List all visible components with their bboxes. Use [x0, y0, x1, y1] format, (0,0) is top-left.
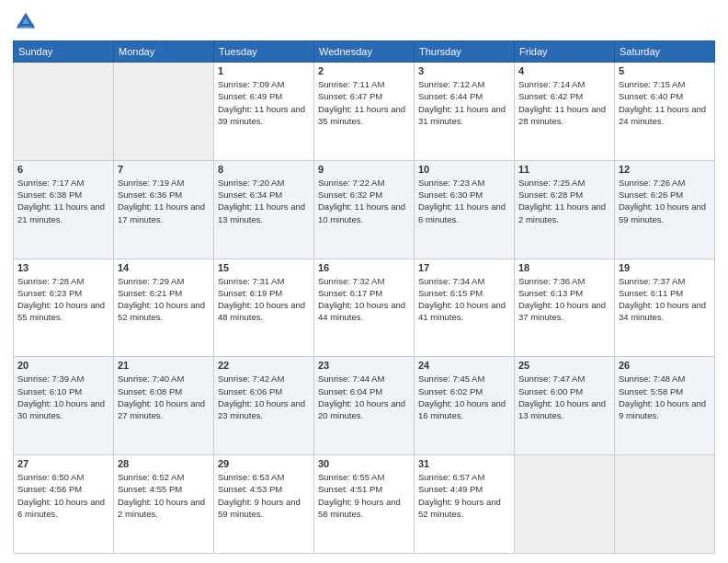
- calendar-cell: 7Sunrise: 7:19 AMSunset: 6:36 PMDaylight…: [114, 160, 214, 259]
- week-row-4: 20Sunrise: 7:39 AMSunset: 6:10 PMDayligh…: [14, 357, 715, 455]
- calendar-cell: 20Sunrise: 7:39 AMSunset: 6:10 PMDayligh…: [14, 357, 114, 455]
- weekday-header-sunday: Sunday: [14, 41, 114, 63]
- weekday-header-row: SundayMondayTuesdayWednesdayThursdayFrid…: [14, 41, 715, 63]
- weekday-header-friday: Friday: [515, 41, 615, 63]
- day-info: Sunrise: 7:26 AMSunset: 6:26 PMDaylight:…: [619, 177, 711, 225]
- calendar-cell: 1Sunrise: 7:09 AMSunset: 6:49 PMDaylight…: [214, 63, 314, 161]
- calendar-cell: 2Sunrise: 7:11 AMSunset: 6:47 PMDaylight…: [314, 63, 415, 161]
- calendar-cell: 10Sunrise: 7:23 AMSunset: 6:30 PMDayligh…: [415, 160, 515, 259]
- day-info: Sunrise: 7:17 AMSunset: 6:38 PMDaylight:…: [17, 177, 109, 225]
- day-info: Sunrise: 7:14 AMSunset: 6:42 PMDaylight:…: [518, 78, 610, 127]
- day-number: 9: [318, 164, 410, 175]
- calendar-cell: 9Sunrise: 7:22 AMSunset: 6:32 PMDaylight…: [314, 160, 415, 259]
- day-number: 19: [619, 262, 711, 273]
- day-number: 5: [619, 65, 711, 76]
- day-info: Sunrise: 7:48 AMSunset: 5:58 PMDaylight:…: [619, 373, 711, 421]
- day-info: Sunrise: 7:42 AMSunset: 6:06 PMDaylight:…: [218, 373, 310, 421]
- day-info: Sunrise: 7:25 AMSunset: 6:28 PMDaylight:…: [518, 177, 610, 225]
- day-number: 10: [418, 164, 510, 175]
- day-info: Sunrise: 7:23 AMSunset: 6:30 PMDaylight:…: [418, 177, 510, 225]
- day-info: Sunrise: 6:55 AMSunset: 4:51 PMDaylight:…: [318, 471, 410, 520]
- day-info: Sunrise: 7:15 AMSunset: 6:40 PMDaylight:…: [619, 78, 711, 127]
- day-info: Sunrise: 7:12 AMSunset: 6:44 PMDaylight:…: [418, 78, 510, 127]
- day-info: Sunrise: 7:11 AMSunset: 6:47 PMDaylight:…: [318, 78, 410, 127]
- calendar-cell: 23Sunrise: 7:44 AMSunset: 6:04 PMDayligh…: [314, 357, 415, 455]
- calendar-cell: 25Sunrise: 7:47 AMSunset: 6:00 PMDayligh…: [515, 357, 615, 455]
- weekday-header-tuesday: Tuesday: [214, 41, 314, 63]
- weekday-header-monday: Monday: [114, 41, 214, 63]
- day-number: 16: [318, 262, 410, 273]
- day-number: 11: [518, 164, 610, 175]
- weekday-header-thursday: Thursday: [415, 41, 515, 63]
- day-number: 4: [518, 65, 610, 76]
- calendar-cell: 30Sunrise: 6:55 AMSunset: 4:51 PMDayligh…: [314, 455, 415, 554]
- week-row-2: 6Sunrise: 7:17 AMSunset: 6:38 PMDaylight…: [14, 160, 715, 259]
- day-number: 27: [17, 458, 109, 469]
- calendar-cell: 18Sunrise: 7:36 AMSunset: 6:13 PMDayligh…: [515, 259, 615, 357]
- week-row-3: 13Sunrise: 7:28 AMSunset: 6:23 PMDayligh…: [14, 259, 715, 357]
- day-info: Sunrise: 7:44 AMSunset: 6:04 PMDaylight:…: [318, 373, 410, 421]
- calendar-cell: 28Sunrise: 6:52 AMSunset: 4:55 PMDayligh…: [114, 455, 214, 554]
- calendar-cell: 15Sunrise: 7:31 AMSunset: 6:19 PMDayligh…: [214, 259, 314, 357]
- day-number: 20: [17, 360, 109, 371]
- day-number: 31: [418, 458, 510, 469]
- weekday-header-saturday: Saturday: [615, 41, 715, 63]
- calendar-cell: [114, 63, 214, 161]
- calendar-table: SundayMondayTuesdayWednesdayThursdayFrid…: [13, 40, 715, 554]
- day-info: Sunrise: 7:40 AMSunset: 6:08 PMDaylight:…: [118, 373, 210, 421]
- day-info: Sunrise: 7:20 AMSunset: 6:34 PMDaylight:…: [218, 177, 310, 225]
- day-info: Sunrise: 7:34 AMSunset: 6:15 PMDaylight:…: [418, 275, 510, 324]
- day-number: 28: [118, 458, 210, 469]
- day-info: Sunrise: 7:22 AMSunset: 6:32 PMDaylight:…: [318, 177, 410, 225]
- calendar-cell: 4Sunrise: 7:14 AMSunset: 6:42 PMDaylight…: [515, 63, 615, 161]
- day-number: 25: [518, 360, 610, 371]
- day-info: Sunrise: 7:39 AMSunset: 6:10 PMDaylight:…: [17, 373, 109, 421]
- header: [13, 9, 715, 35]
- calendar-cell: 12Sunrise: 7:26 AMSunset: 6:26 PMDayligh…: [615, 160, 715, 259]
- calendar-cell: 5Sunrise: 7:15 AMSunset: 6:40 PMDaylight…: [615, 63, 715, 161]
- day-number: 12: [619, 164, 711, 175]
- day-number: 17: [418, 262, 510, 273]
- logo: [13, 9, 42, 35]
- day-number: 23: [318, 360, 410, 371]
- day-number: 24: [418, 360, 510, 371]
- calendar-cell: 14Sunrise: 7:29 AMSunset: 6:21 PMDayligh…: [114, 259, 214, 357]
- day-info: Sunrise: 7:29 AMSunset: 6:21 PMDaylight:…: [118, 275, 210, 324]
- day-info: Sunrise: 7:37 AMSunset: 6:11 PMDaylight:…: [619, 275, 711, 324]
- day-number: 3: [418, 65, 510, 76]
- calendar-cell: 24Sunrise: 7:45 AMSunset: 6:02 PMDayligh…: [415, 357, 515, 455]
- calendar-cell: 27Sunrise: 6:50 AMSunset: 4:56 PMDayligh…: [14, 455, 114, 554]
- week-row-5: 27Sunrise: 6:50 AMSunset: 4:56 PMDayligh…: [14, 455, 715, 554]
- day-number: 22: [218, 360, 310, 371]
- day-number: 2: [318, 65, 410, 76]
- day-info: Sunrise: 7:19 AMSunset: 6:36 PMDaylight:…: [118, 177, 210, 225]
- calendar-cell: 22Sunrise: 7:42 AMSunset: 6:06 PMDayligh…: [214, 357, 314, 455]
- calendar-cell: 13Sunrise: 7:28 AMSunset: 6:23 PMDayligh…: [14, 259, 114, 357]
- day-number: 15: [218, 262, 310, 273]
- calendar-cell: 16Sunrise: 7:32 AMSunset: 6:17 PMDayligh…: [314, 259, 415, 357]
- page: SundayMondayTuesdayWednesdayThursdayFrid…: [0, 0, 728, 563]
- day-number: 18: [518, 262, 610, 273]
- day-number: 8: [218, 164, 310, 175]
- weekday-header-wednesday: Wednesday: [314, 41, 415, 63]
- day-info: Sunrise: 7:28 AMSunset: 6:23 PMDaylight:…: [17, 275, 109, 324]
- calendar-cell: 19Sunrise: 7:37 AMSunset: 6:11 PMDayligh…: [615, 259, 715, 357]
- calendar-cell: [515, 455, 615, 554]
- calendar-cell: 17Sunrise: 7:34 AMSunset: 6:15 PMDayligh…: [415, 259, 515, 357]
- svg-rect-2: [18, 24, 34, 27]
- day-info: Sunrise: 7:36 AMSunset: 6:13 PMDaylight:…: [518, 275, 610, 324]
- day-number: 26: [619, 360, 711, 371]
- day-number: 29: [218, 458, 310, 469]
- calendar-cell: 26Sunrise: 7:48 AMSunset: 5:58 PMDayligh…: [615, 357, 715, 455]
- day-info: Sunrise: 6:50 AMSunset: 4:56 PMDaylight:…: [17, 471, 109, 520]
- day-info: Sunrise: 7:09 AMSunset: 6:49 PMDaylight:…: [218, 78, 310, 127]
- day-info: Sunrise: 7:31 AMSunset: 6:19 PMDaylight:…: [218, 275, 310, 324]
- calendar-cell: [615, 455, 715, 554]
- week-row-1: 1Sunrise: 7:09 AMSunset: 6:49 PMDaylight…: [14, 63, 715, 161]
- day-number: 1: [218, 65, 310, 76]
- day-info: Sunrise: 6:57 AMSunset: 4:49 PMDaylight:…: [418, 471, 510, 520]
- day-info: Sunrise: 6:52 AMSunset: 4:55 PMDaylight:…: [118, 471, 210, 520]
- logo-icon: [13, 9, 39, 35]
- calendar-cell: 21Sunrise: 7:40 AMSunset: 6:08 PMDayligh…: [114, 357, 214, 455]
- day-number: 6: [17, 164, 109, 175]
